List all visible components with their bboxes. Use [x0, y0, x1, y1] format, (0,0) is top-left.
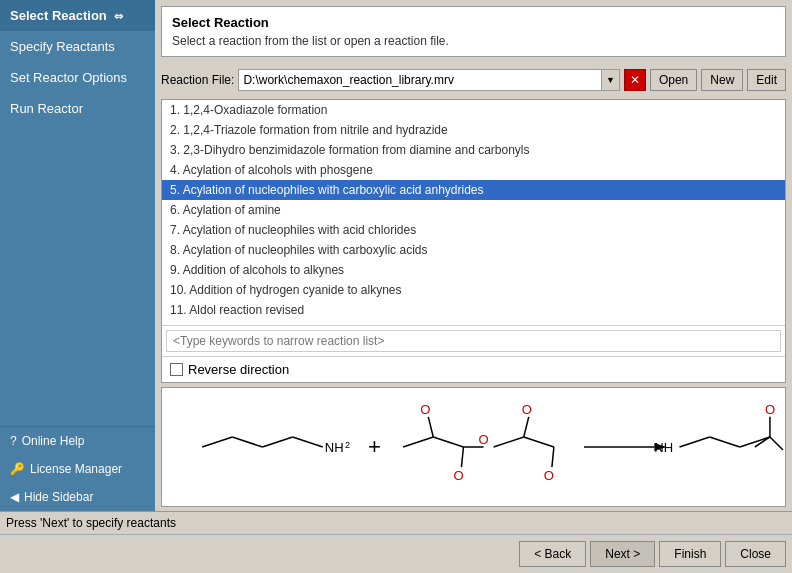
reaction-list-item[interactable]: 11. Aldol reaction revised — [162, 300, 785, 320]
bottom-nav: < Back Next > Finish Close — [0, 534, 792, 573]
reaction-file-combo[interactable]: D:\work\chemaxon_reaction_library.mrv ▼ — [238, 69, 620, 91]
svg-text:O: O — [453, 468, 463, 483]
reaction-file-dropdown-btn[interactable]: ▼ — [601, 70, 619, 90]
sidebar-item-select-reaction[interactable]: Select Reaction ⇔ — [0, 0, 155, 31]
help-icon: ? — [10, 434, 17, 448]
status-message: Press 'Next' to specify reactants — [6, 516, 176, 530]
reaction-file-path: D:\work\chemaxon_reaction_library.mrv — [239, 71, 601, 89]
status-bar: Press 'Next' to specify reactants — [0, 511, 792, 534]
chevron-left-icon: ◀ — [10, 490, 19, 504]
edit-button[interactable]: Edit — [747, 69, 786, 91]
svg-text:NH: NH — [654, 440, 673, 455]
hide-sidebar-button[interactable]: ◀ Hide Sidebar — [0, 483, 155, 511]
svg-line-23 — [679, 437, 709, 447]
svg-text:NH: NH — [325, 440, 344, 455]
reaction-list-item[interactable]: 6. Acylation of amine — [162, 200, 785, 220]
svg-line-13 — [494, 437, 524, 447]
svg-line-1 — [232, 437, 262, 447]
panel-title: Select Reaction — [172, 15, 775, 30]
svg-line-9 — [428, 417, 433, 437]
search-box-row — [162, 326, 785, 357]
svg-text:2: 2 — [345, 440, 350, 450]
license-manager-button[interactable]: 🔑 License Manager — [0, 455, 155, 483]
svg-text:O: O — [522, 402, 532, 417]
reaction-file-label: Reaction File: — [161, 73, 234, 87]
reaction-list-item[interactable]: 2. 1,2,4-Triazole formation from nitrile… — [162, 120, 785, 140]
svg-line-15 — [524, 417, 529, 437]
svg-line-30 — [770, 437, 783, 450]
svg-line-7 — [403, 437, 433, 447]
sidebar-item-set-reactor-options[interactable]: Set Reactor Options — [0, 62, 155, 93]
reaction-list-item[interactable]: 3. 2,3-Dihydro benzimidazole formation f… — [162, 140, 785, 160]
new-button[interactable]: New — [701, 69, 743, 91]
reaction-list-item[interactable]: 5. Acylation of nucleophiles with carbox… — [162, 180, 785, 200]
sidebar-item-specify-reactants[interactable]: Specify Reactants — [0, 31, 155, 62]
reverse-direction-checkbox[interactable] — [170, 363, 183, 376]
reaction-list-item[interactable]: 8. Acylation of nucleophiles with carbox… — [162, 240, 785, 260]
reaction-file-row: Reaction File: D:\work\chemaxon_reaction… — [161, 65, 786, 95]
next-button[interactable]: Next > — [590, 541, 655, 567]
svg-line-2 — [262, 437, 292, 447]
sidebar-item-label: Run Reactor — [10, 101, 83, 116]
svg-text:+: + — [368, 434, 381, 459]
svg-line-17 — [461, 447, 463, 467]
reaction-preview-svg: NH 2 + O O O — [162, 388, 785, 506]
preview-panel: NH 2 + O O O — [161, 387, 786, 507]
svg-text:O: O — [420, 402, 430, 417]
open-button[interactable]: Open — [650, 69, 697, 91]
reaction-list[interactable]: 1. 1,2,4-Oxadiazole formation2. 1,2,4-Tr… — [162, 100, 785, 326]
reaction-list-item[interactable]: 4. Acylation of alcohols with phosgene — [162, 160, 785, 180]
svg-text:O: O — [479, 432, 489, 447]
svg-line-0 — [202, 437, 232, 447]
svg-line-14 — [524, 437, 554, 447]
svg-line-8 — [433, 437, 463, 447]
svg-line-25 — [740, 437, 770, 447]
reaction-list-item[interactable]: 10. Addition of hydrogen cyanide to alky… — [162, 280, 785, 300]
reaction-list-item[interactable]: 7. Acylation of nucleophiles with acid c… — [162, 220, 785, 240]
svg-text:O: O — [765, 402, 775, 417]
sidebar-arrow-icon: ⇔ — [114, 10, 123, 23]
key-icon: 🔑 — [10, 462, 25, 476]
sidebar-item-label: Specify Reactants — [10, 39, 115, 54]
reaction-list-item[interactable]: 9. Addition of alcohols to alkynes — [162, 260, 785, 280]
sidebar-bottom: ? Online Help 🔑 License Manager ◀ Hide S… — [0, 426, 155, 511]
main-content: Select Reaction Select a reaction from t… — [155, 0, 792, 511]
reaction-list-item[interactable]: 1. 1,2,4-Oxadiazole formation — [162, 100, 785, 120]
clear-button[interactable]: ✕ — [624, 69, 646, 91]
reverse-direction-row: Reverse direction — [162, 357, 785, 382]
svg-line-24 — [710, 437, 740, 447]
sidebar: Select Reaction ⇔ Specify Reactants Set … — [0, 0, 155, 511]
svg-line-19 — [552, 447, 554, 467]
search-input[interactable] — [166, 330, 781, 352]
back-button[interactable]: < Back — [519, 541, 586, 567]
list-panel: 1. 1,2,4-Oxadiazole formation2. 1,2,4-Tr… — [161, 99, 786, 383]
sidebar-item-label: Set Reactor Options — [10, 70, 127, 85]
panel-description: Select a reaction from the list or open … — [172, 34, 775, 48]
sidebar-item-label: Select Reaction — [10, 8, 107, 23]
svg-line-3 — [293, 437, 323, 447]
sidebar-item-run-reactor[interactable]: Run Reactor — [0, 93, 155, 124]
online-help-button[interactable]: ? Online Help — [0, 427, 155, 455]
svg-text:O: O — [544, 468, 554, 483]
finish-button[interactable]: Finish — [659, 541, 721, 567]
top-panel: Select Reaction Select a reaction from t… — [161, 6, 786, 57]
close-button[interactable]: Close — [725, 541, 786, 567]
reverse-direction-label: Reverse direction — [188, 362, 289, 377]
